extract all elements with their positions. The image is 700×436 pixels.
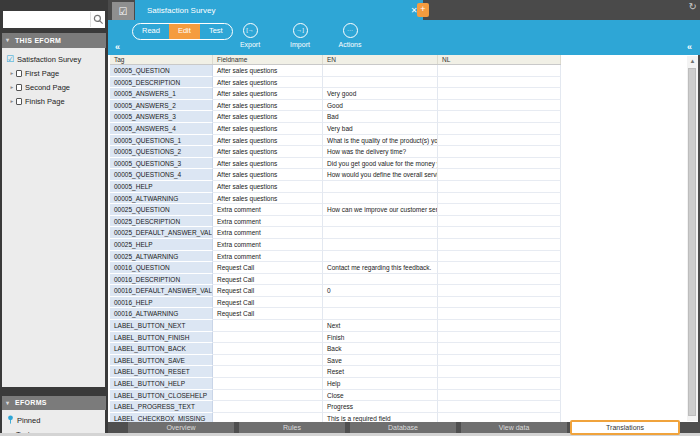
cell-en[interactable]: Finish (323, 332, 438, 344)
table-row[interactable]: LABEL_PROGRESS_TEXT Progress (110, 401, 561, 413)
cell-en[interactable]: Good (323, 100, 438, 112)
tab-database[interactable]: Database (350, 422, 456, 433)
cell-en[interactable] (323, 193, 438, 205)
column-header-en[interactable]: EN (323, 55, 438, 64)
cell-en[interactable] (323, 77, 438, 89)
cell-nl[interactable] (438, 181, 561, 193)
cell-nl[interactable] (438, 135, 561, 147)
table-row[interactable]: 00005_ANSWERS_1 After sales questions Ve… (110, 88, 561, 100)
table-row[interactable]: 00016_HELP Request Call (110, 297, 561, 309)
table-row[interactable]: 00005_ANSWERS_2 After sales questions Go… (110, 100, 561, 112)
cell-nl[interactable] (438, 308, 561, 320)
tree-item-finish-page[interactable]: ▸ Finish Page (2, 94, 105, 108)
cell-nl[interactable] (438, 274, 561, 286)
table-row[interactable]: LABEL_BUTTON_RESET Reset (110, 366, 561, 378)
cell-en[interactable]: Save (323, 355, 438, 367)
cell-nl[interactable] (438, 355, 561, 367)
table-row[interactable]: 00005_QUESTIONS_1 After sales questions … (110, 135, 561, 147)
cell-nl[interactable] (438, 146, 561, 158)
cell-nl[interactable] (438, 227, 561, 239)
cell-en[interactable]: Very bad (323, 123, 438, 135)
cell-nl[interactable] (438, 204, 561, 216)
search-icon[interactable] (90, 12, 105, 27)
refresh-icon[interactable]: ↻ (689, 1, 697, 12)
cell-en[interactable]: Reset (323, 366, 438, 378)
cell-nl[interactable] (438, 77, 561, 89)
export-button[interactable]: [→ Export (230, 23, 270, 48)
cell-en[interactable] (323, 227, 438, 239)
table-row[interactable]: 00005_DESCRIPTION After sales questions (110, 77, 561, 89)
expander-icon[interactable]: ▸ (8, 84, 16, 90)
cell-en[interactable]: Close (323, 390, 438, 402)
table-row[interactable]: LABEL_BUTTON_CLOSEHELP Close (110, 390, 561, 402)
column-header-fieldname[interactable]: Fieldname (213, 55, 323, 64)
cell-nl[interactable] (438, 390, 561, 402)
table-row[interactable]: 00025_QUESTION Extra comment How can we … (110, 204, 561, 216)
mode-read-button[interactable]: Read (133, 24, 169, 39)
table-row[interactable]: LABEL_BUTTON_BACK Back (110, 343, 561, 355)
tab-rules[interactable]: Rules (239, 422, 345, 433)
cell-nl[interactable] (438, 320, 561, 332)
cell-en[interactable]: Contact me regarding this feedback. (323, 262, 438, 274)
document-tab-satisfaction-survey[interactable]: Satisfaction Survey ✕ (135, 0, 423, 20)
column-header-nl[interactable]: NL (438, 55, 561, 64)
expander-icon[interactable]: ▸ (8, 98, 16, 104)
table-row[interactable]: 00016_DESCRIPTION Request Call (110, 274, 561, 286)
table-row[interactable]: 00025_HELP Extra comment (110, 239, 561, 251)
table-row[interactable]: 00016_QUESTION Request Call Contact me r… (110, 262, 561, 274)
cell-en[interactable]: Progress (323, 401, 438, 413)
cell-en[interactable] (323, 308, 438, 320)
section-header-this-eform[interactable]: ▾ THIS EFORM (2, 33, 106, 48)
cell-nl[interactable] (438, 262, 561, 274)
eforms-item-pinned[interactable]: Pinned (2, 413, 105, 427)
tab-overview[interactable]: Overview (128, 422, 234, 433)
cell-nl[interactable] (438, 251, 561, 263)
cell-nl[interactable] (438, 216, 561, 228)
cell-en[interactable]: Did you get good value for the money y..… (323, 158, 438, 170)
import-button[interactable]: →] Import (280, 23, 320, 48)
scroll-up-icon[interactable]: ▲ (687, 56, 698, 66)
cell-nl[interactable] (438, 378, 561, 390)
table-row[interactable]: 00025_ALTWARNING Extra comment (110, 251, 561, 263)
scrollbar-thumb[interactable] (688, 68, 696, 416)
tree-item-second-page[interactable]: ▸ Second Page (2, 80, 105, 94)
table-row[interactable]: 00016_DEFAULT_ANSWER_VALUE Request Call … (110, 285, 561, 297)
add-tab-button[interactable]: + (417, 3, 429, 17)
cell-nl[interactable] (438, 401, 561, 413)
table-row[interactable]: 00005_ALTWARNING After sales questions (110, 193, 561, 205)
cell-nl[interactable] (438, 88, 561, 100)
table-row[interactable]: 00005_ANSWERS_4 After sales questions Ve… (110, 123, 561, 135)
table-row[interactable]: 00005_QUESTION After sales questions (110, 65, 561, 77)
table-row[interactable]: 00025_DEFAULT_ANSWER_VALUE Extra comment (110, 227, 561, 239)
cell-en[interactable]: How can we improve our customer serv... (323, 204, 438, 216)
cell-en[interactable] (323, 216, 438, 228)
cell-en[interactable]: 0 (323, 285, 438, 297)
cell-nl[interactable] (438, 332, 561, 344)
cell-nl[interactable] (438, 366, 561, 378)
cell-nl[interactable] (438, 169, 561, 181)
cell-en[interactable]: What is the quality of the product(s) yo… (323, 135, 438, 147)
tab-view-data[interactable]: View data (461, 422, 567, 433)
tab-translations[interactable]: Translations (570, 420, 680, 435)
cell-en[interactable]: Help (323, 378, 438, 390)
cell-en[interactable]: How would you define the overall servic.… (323, 169, 438, 181)
cell-en[interactable] (323, 65, 438, 77)
column-header-tag[interactable]: Tag (110, 55, 213, 64)
actions-button[interactable]: ··· Actions (330, 23, 370, 48)
expander-icon[interactable]: ▸ (8, 70, 16, 76)
collapse-left-icon[interactable]: « (115, 42, 120, 52)
cell-en[interactable]: How was the delivery time? (323, 146, 438, 158)
tree-item-first-page[interactable]: ▸ First Page (2, 66, 105, 80)
cell-en[interactable]: Very good (323, 88, 438, 100)
cell-en[interactable]: Back (323, 343, 438, 355)
table-row[interactable]: LABEL_BUTTON_SAVE Save (110, 355, 561, 367)
table-row[interactable]: LABEL_BUTTON_NEXT Next (110, 320, 561, 332)
section-header-eforms[interactable]: ▾ EFORMS (2, 396, 106, 410)
table-row[interactable]: 00005_QUESTIONS_2 After sales questions … (110, 146, 561, 158)
cell-en[interactable]: Bad (323, 111, 438, 123)
cell-nl[interactable] (438, 193, 561, 205)
table-row[interactable]: 00016_ALTWARNING Request Call (110, 308, 561, 320)
cell-nl[interactable] (438, 343, 561, 355)
cell-nl[interactable] (438, 158, 561, 170)
table-row[interactable]: LABEL_BUTTON_FINISH Finish (110, 332, 561, 344)
